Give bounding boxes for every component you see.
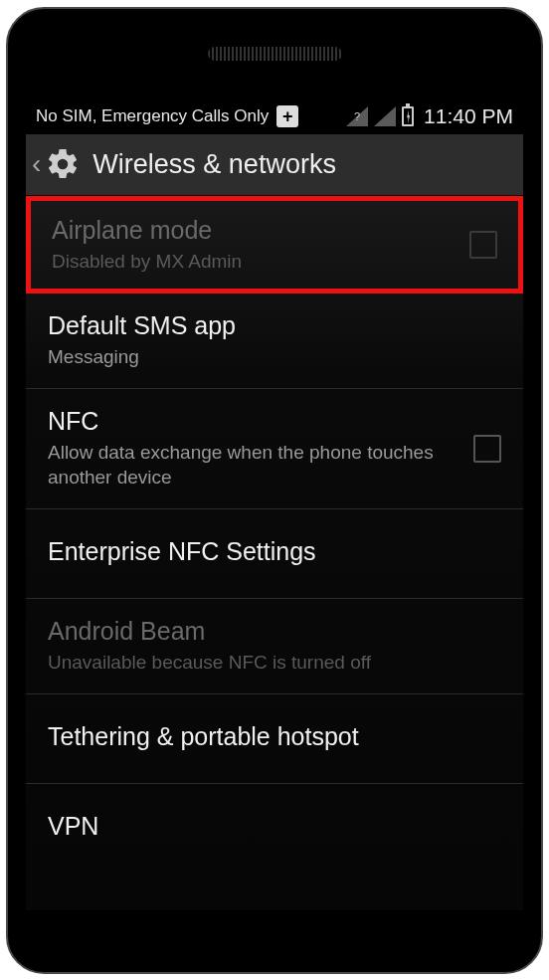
settings-gear-icon[interactable] bbox=[45, 146, 81, 182]
row-title: Airplane mode bbox=[52, 216, 469, 245]
row-title: NFC bbox=[48, 407, 473, 436]
row-title: Tethering & portable hotspot bbox=[48, 722, 501, 751]
status-right: 11:40 PM bbox=[346, 104, 513, 128]
row-subtitle: Messaging bbox=[48, 344, 501, 370]
row-airplane-mode: Airplane mode Disabled by MX Admin bbox=[34, 204, 515, 287]
phone-bottom-bezel bbox=[8, 910, 541, 972]
row-title: Enterprise NFC Settings bbox=[48, 537, 501, 566]
speaker-grill bbox=[208, 47, 342, 61]
row-title: Android Beam bbox=[48, 617, 501, 646]
phone-top-bezel bbox=[8, 9, 541, 98]
row-subtitle: Disabled by MX Admin bbox=[52, 249, 469, 275]
phone-frame: No SIM, Emergency Calls Only + 11:40 PM … bbox=[6, 7, 543, 974]
signal-unknown-icon bbox=[346, 106, 368, 126]
status-left: No SIM, Emergency Calls Only + bbox=[36, 105, 346, 127]
back-icon[interactable]: ‹ bbox=[32, 148, 41, 180]
plus-badge-icon: + bbox=[276, 105, 298, 127]
sim-status-text: No SIM, Emergency Calls Only bbox=[36, 106, 269, 126]
page-title: Wireless & networks bbox=[92, 149, 336, 180]
row-vpn[interactable]: VPN bbox=[26, 784, 523, 874]
row-subtitle: Allow data exchange when the phone touch… bbox=[48, 440, 473, 490]
signal-empty-icon bbox=[374, 106, 396, 126]
row-nfc[interactable]: NFC Allow data exchange when the phone t… bbox=[26, 389, 523, 509]
airplane-mode-checkbox bbox=[469, 231, 497, 259]
row-title: VPN bbox=[48, 812, 501, 841]
row-tethering[interactable]: Tethering & portable hotspot bbox=[26, 694, 523, 784]
row-subtitle: Unavailable because NFC is turned off bbox=[48, 650, 501, 676]
row-title: Default SMS app bbox=[48, 311, 501, 340]
row-default-sms[interactable]: Default SMS app Messaging bbox=[26, 294, 523, 389]
screen: No SIM, Emergency Calls Only + 11:40 PM … bbox=[26, 98, 523, 910]
row-android-beam: Android Beam Unavailable because NFC is … bbox=[26, 599, 523, 694]
status-bar: No SIM, Emergency Calls Only + 11:40 PM bbox=[26, 98, 523, 134]
nfc-checkbox[interactable] bbox=[473, 435, 501, 463]
row-enterprise-nfc[interactable]: Enterprise NFC Settings bbox=[26, 509, 523, 599]
settings-list[interactable]: Airplane mode Disabled by MX Admin Defau… bbox=[26, 196, 523, 910]
clock-text: 11:40 PM bbox=[424, 104, 513, 128]
action-bar: ‹ Wireless & networks bbox=[26, 134, 523, 196]
battery-charging-icon bbox=[402, 106, 414, 126]
highlight-airplane-mode: Airplane mode Disabled by MX Admin bbox=[26, 196, 523, 294]
